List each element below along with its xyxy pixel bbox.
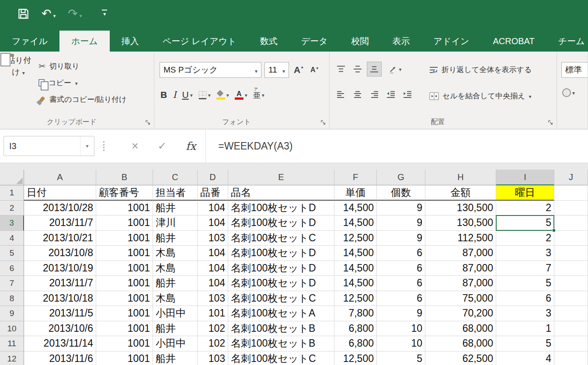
cell-J10[interactable]	[554, 321, 588, 337]
cut-button[interactable]: ✂ 切り取り	[38, 61, 127, 71]
cell-A3[interactable]: 2013/11/7	[24, 216, 96, 231]
row-header-3[interactable]: 3	[0, 216, 24, 231]
cell-F1[interactable]: 単価	[334, 185, 377, 201]
cell-C8[interactable]: 木島	[153, 291, 198, 306]
cell-G2[interactable]: 9	[377, 201, 425, 216]
formula-input[interactable]: =WEEKDAY(A3)	[218, 140, 292, 152]
cell-A8[interactable]: 2013/10/18	[24, 291, 96, 306]
cell-D5[interactable]: 104	[198, 246, 228, 261]
top-align-button[interactable]	[334, 62, 348, 76]
cell-E9[interactable]: 名刺100枚セットA	[228, 306, 334, 321]
middle-align-button[interactable]	[351, 62, 365, 76]
cell-C4[interactable]: 船井	[153, 231, 198, 246]
cell-H8[interactable]: 75,000	[425, 291, 496, 306]
cell-B10[interactable]: 1001	[96, 321, 153, 337]
save-button[interactable]	[17, 8, 29, 20]
column-header-D[interactable]: D	[198, 170, 228, 185]
cell-J6[interactable]	[554, 261, 588, 276]
formula-bar-splitter-handle[interactable]	[103, 141, 104, 151]
cell-E12[interactable]: 名刺100枚セットC	[228, 351, 334, 365]
cell-E5[interactable]: 名刺100枚セットD	[228, 246, 334, 261]
cell-E4[interactable]: 名刺100枚セットC	[228, 231, 334, 246]
row-header-6[interactable]: 6	[0, 261, 24, 276]
cell-H10[interactable]: 68,000	[425, 321, 496, 337]
row-header-9[interactable]: 9	[0, 306, 24, 321]
cell-C2[interactable]: 船井	[153, 201, 198, 216]
cell-C11[interactable]: 小田中	[153, 336, 198, 351]
cell-F3[interactable]: 14,500	[334, 216, 377, 231]
row-header-1[interactable]: 1	[0, 185, 24, 201]
cell-B3[interactable]: 1001	[96, 216, 153, 231]
font-color-dropdown-icon[interactable]	[245, 91, 247, 98]
cell-D2[interactable]: 104	[198, 201, 228, 216]
cell-H9[interactable]: 70,200	[425, 306, 496, 321]
borders-dropdown-icon[interactable]	[208, 91, 211, 98]
fill-color-button[interactable]	[216, 90, 229, 100]
format-painter-button[interactable]: 書式のコピー/貼り付け	[38, 94, 127, 104]
cell-F11[interactable]: 6,800	[334, 336, 377, 351]
font-name-combo[interactable]: MS Pゴシック	[160, 62, 261, 78]
cell-A9[interactable]: 2013/11/5	[24, 306, 96, 321]
enter-icon[interactable]: ✓	[158, 140, 167, 152]
cell-I1[interactable]: 曜日	[496, 185, 554, 201]
cell-J8[interactable]	[554, 291, 588, 306]
tab-acrobat[interactable]: ACROBAT	[481, 31, 546, 52]
phonetic-dropdown-icon[interactable]	[262, 91, 264, 98]
cell-B5[interactable]: 1001	[96, 246, 153, 261]
cell-D4[interactable]: 103	[198, 231, 228, 246]
number-format-combo[interactable]: 標準	[561, 62, 588, 78]
align-center-button[interactable]	[351, 87, 365, 101]
cell-J1[interactable]	[554, 185, 588, 201]
cell-H7[interactable]: 87,000	[425, 276, 496, 291]
wrap-text-button[interactable]: 折り返して全体を表示する	[429, 65, 532, 75]
cell-H5[interactable]: 87,000	[425, 246, 496, 261]
cell-A7[interactable]: 2013/11/7	[24, 276, 96, 291]
cell-G9[interactable]: 9	[377, 306, 425, 321]
column-header-G[interactable]: G	[377, 170, 425, 185]
row-header-11[interactable]: 11	[0, 336, 24, 351]
cell-G1[interactable]: 個数	[377, 185, 425, 201]
cell-A11[interactable]: 2013/11/14	[24, 336, 96, 351]
cell-A1[interactable]: 日付	[24, 185, 96, 201]
fill-handle[interactable]	[552, 229, 556, 232]
insert-function-button[interactable]: fx	[186, 140, 196, 153]
column-header-E[interactable]: E	[228, 170, 334, 185]
paste-button[interactable]: 貼り付け	[3, 55, 33, 77]
cell-C7[interactable]: 船井	[153, 276, 198, 291]
cell-H1[interactable]: 金額	[425, 185, 496, 201]
cell-C6[interactable]: 木島	[153, 261, 198, 276]
cell-B8[interactable]: 1001	[96, 291, 153, 306]
cell-G4[interactable]: 9	[377, 231, 425, 246]
cell-E7[interactable]: 名刺100枚セットD	[228, 276, 334, 291]
cell-G5[interactable]: 6	[377, 246, 425, 261]
cell-E2[interactable]: 名刺100枚セットD	[228, 201, 334, 216]
clipboard-dialog-launcher[interactable]	[145, 120, 151, 126]
tab-team[interactable]: チーム	[546, 31, 588, 52]
cell-B11[interactable]: 1001	[96, 336, 153, 351]
cell-G3[interactable]: 9	[377, 216, 425, 231]
cell-J12[interactable]	[554, 351, 588, 365]
name-box-dropdown-icon[interactable]	[80, 136, 94, 156]
cell-A4[interactable]: 2013/10/21	[24, 231, 96, 246]
tab-file[interactable]: ファイル	[0, 31, 59, 52]
font-dialog-launcher[interactable]	[320, 120, 327, 126]
underline-dropdown-icon[interactable]	[190, 91, 193, 98]
cell-I3[interactable]: 5	[496, 216, 554, 231]
cell-B9[interactable]: 1001	[96, 306, 153, 321]
cell-C1[interactable]: 担当者	[153, 185, 198, 201]
cell-F10[interactable]: 6,800	[334, 321, 377, 337]
cell-E6[interactable]: 名刺100枚セットD	[228, 261, 334, 276]
cell-D12[interactable]: 103	[198, 351, 228, 365]
increase-indent-button[interactable]	[400, 87, 414, 101]
row-header-5[interactable]: 5	[0, 246, 24, 261]
copy-button[interactable]: コピー	[38, 78, 127, 88]
cell-I5[interactable]: 3	[496, 246, 554, 261]
cell-D8[interactable]: 103	[198, 291, 228, 306]
column-header-B[interactable]: B	[96, 170, 153, 185]
cell-F8[interactable]: 12,500	[334, 291, 377, 306]
cancel-icon[interactable]: ×	[132, 139, 139, 153]
cell-F9[interactable]: 7,800	[334, 306, 377, 321]
cell-D9[interactable]: 101	[198, 306, 228, 321]
merge-center-button[interactable]: セルを結合して中央揃え	[429, 91, 531, 101]
cell-J11[interactable]	[554, 336, 588, 351]
